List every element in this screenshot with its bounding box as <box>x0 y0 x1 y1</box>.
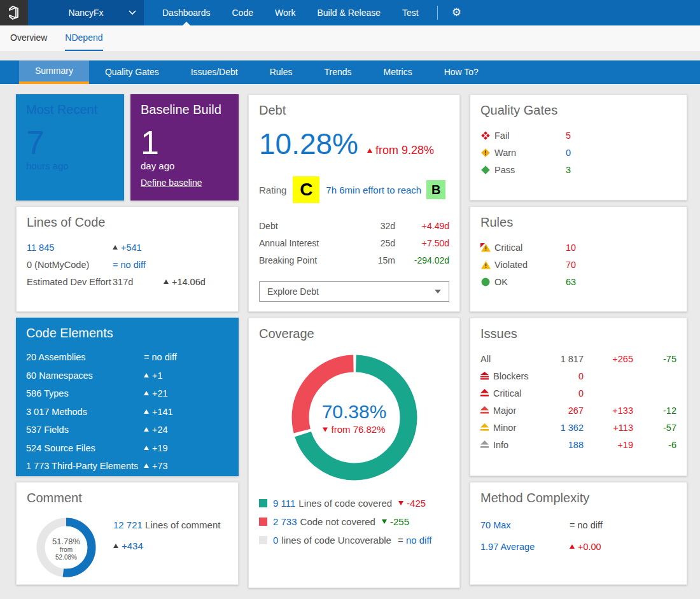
explore-debt-dropdown[interactable]: Explore Debt <box>259 281 449 302</box>
chevron-down-icon <box>129 10 136 15</box>
debt-row-breaking-point: Breaking Point 15m -294.02d <box>259 251 449 269</box>
ce-diff: +141 <box>144 407 173 417</box>
issues-all-fixed: -75 <box>633 354 676 364</box>
debt-row-diff: +4.49d <box>395 221 449 231</box>
pivot-how-to[interactable]: How To? <box>428 60 494 84</box>
up-arrow-icon <box>144 409 149 414</box>
define-baseline-link[interactable]: Define baseline <box>141 178 202 188</box>
qg-row-warn: Warn 0 <box>480 144 676 161</box>
tab-overview[interactable]: Overview <box>10 25 47 51</box>
nav-test[interactable]: Test <box>391 0 430 25</box>
critical-rule-icon <box>480 243 491 253</box>
coverage-donut-chart: 70.38% from 76.82% <box>287 350 422 488</box>
up-arrow-icon <box>113 245 118 250</box>
qg-row-pass: Pass 3 <box>480 161 676 178</box>
comment-donut-chart: 51.78% from 52.08% <box>36 517 97 581</box>
qg-fail-label: Fail <box>494 130 566 141</box>
top-nav-bar: NancyFx Dashboards Code Work Build & Rel… <box>0 0 700 25</box>
ce-diff: +73 <box>144 461 168 471</box>
ce-row-fields: 537 Fields +24 <box>26 421 228 439</box>
debt-percent[interactable]: 10.28% <box>259 127 358 161</box>
warn-diamond-icon <box>480 148 491 158</box>
rating-current-badge: C <box>293 176 319 203</box>
loc-total-diff: +541 <box>113 243 142 253</box>
mc-average-value[interactable]: 1.97 Average <box>480 542 570 552</box>
issues-blockers-count[interactable]: 0 <box>539 371 584 381</box>
debt-row-value: 25d <box>360 238 395 248</box>
nav-build-release[interactable]: Build & Release <box>306 0 391 25</box>
issues-all-count[interactable]: 1 817 <box>539 354 584 364</box>
rules-critical-count[interactable]: 10 <box>566 243 576 253</box>
issues-major-count[interactable]: 267 <box>539 405 584 416</box>
comment-title: Comment <box>27 491 228 505</box>
issues-major-label: Major <box>493 405 516 416</box>
ce-label: 60 Namespaces <box>26 370 144 381</box>
baseline-build-tile[interactable]: Baseline Build 1 day ago Define baseline <box>130 94 239 201</box>
nav-code[interactable]: Code <box>221 0 264 25</box>
pivot-quality-gates[interactable]: Quality Gates <box>89 60 175 84</box>
rules-title: Rules <box>480 215 676 230</box>
covered-value[interactable]: 9 111 <box>273 498 295 509</box>
minor-severity-icon <box>480 423 489 432</box>
ce-label: 1 773 Third-Party Elements <box>26 461 144 471</box>
rules-row-ok: OK 63 <box>480 273 676 290</box>
issues-info-label: Info <box>493 440 508 450</box>
rules-ok-count[interactable]: 63 <box>566 277 576 287</box>
not-covered-value[interactable]: 2 733 <box>273 516 297 527</box>
pivot-trends[interactable]: Trends <box>308 60 367 84</box>
ce-label: 20 Assemblies <box>26 352 144 362</box>
ce-label: 537 Fields <box>26 425 144 435</box>
uncoverable-value[interactable]: 0 <box>273 535 278 546</box>
mc-max-diff: = no diff <box>570 520 603 530</box>
qg-fail-count[interactable]: 5 <box>566 130 571 141</box>
rules-critical-label: Critical <box>494 243 566 253</box>
code-elements-tile[interactable]: Code Elements 20 Assemblies = no diff 60… <box>16 318 239 476</box>
issues-critical-label: Critical <box>493 388 521 398</box>
up-arrow-icon <box>113 544 118 548</box>
issues-critical-count[interactable]: 0 <box>539 388 584 398</box>
project-selector[interactable]: NancyFx <box>28 0 144 25</box>
vsts-logo[interactable] <box>0 0 28 25</box>
most-recent-tile[interactable]: Most Recent 7 hours ago <box>16 94 124 201</box>
pivot-summary[interactable]: Summary <box>19 60 89 84</box>
debt-from: from 9.28% <box>367 144 434 157</box>
pivot-metrics[interactable]: Metrics <box>368 60 428 84</box>
qg-warn-count[interactable]: 0 <box>566 148 571 158</box>
rating-label: Rating <box>259 185 286 195</box>
debt-row-label: Annual Interest <box>259 238 360 248</box>
nav-work[interactable]: Work <box>264 0 306 25</box>
loc-row-notmycode: 0 (NotMyCode) = no diff <box>27 256 228 273</box>
loc-total-value[interactable]: 11 845 <box>27 243 113 253</box>
baseline-unit: day ago <box>141 160 228 171</box>
top-nav: Dashboards Code Work Build & Release Tes… <box>151 0 430 25</box>
mc-row-average: 1.97 Average +0.00 <box>480 536 676 558</box>
qg-pass-count[interactable]: 3 <box>566 165 571 175</box>
ce-row-namespaces: 60 Namespaces +1 <box>26 367 228 385</box>
nav-dashboards[interactable]: Dashboards <box>151 0 221 25</box>
rating-effort-text[interactable]: 7h 6min effort to reach <box>326 185 421 195</box>
pivot-rules[interactable]: Rules <box>254 60 309 84</box>
issues-info-fixed: -6 <box>633 440 676 450</box>
comment-value[interactable]: 12 721 <box>113 519 143 530</box>
issues-blockers-label: Blockers <box>493 371 529 381</box>
rules-violated-count[interactable]: 70 <box>566 260 576 270</box>
settings-gear-icon[interactable]: ⚙ <box>445 0 468 25</box>
issues-minor-count[interactable]: 1 362 <box>539 423 584 433</box>
mc-max-value[interactable]: 70 Max <box>480 520 570 530</box>
rules-ok-label: OK <box>494 277 566 287</box>
legend-not-covered: 2 733 Code not covered -255 <box>259 512 449 531</box>
issues-info-count[interactable]: 188 <box>539 440 584 450</box>
ce-label: 586 Types <box>26 388 144 398</box>
issues-row-critical: Critical 0 <box>480 384 676 402</box>
up-arrow-icon <box>367 148 372 153</box>
quality-gates-title: Quality Gates <box>480 103 676 118</box>
down-arrow-icon <box>382 519 387 524</box>
pivot-issues-debt[interactable]: Issues/Debt <box>175 60 254 84</box>
tab-ndepend[interactable]: NDepend <box>65 25 102 51</box>
up-arrow-icon <box>164 279 169 284</box>
coverage-from: from 76.82% <box>287 424 422 435</box>
comment-lines-row: 12 721 Lines of comment <box>113 519 220 530</box>
debt-panel: Debt 10.28% from 9.28% Rating C 7h 6min … <box>248 94 460 312</box>
ce-label: 524 Source Files <box>26 443 144 453</box>
issues-major-added: +133 <box>584 405 633 416</box>
